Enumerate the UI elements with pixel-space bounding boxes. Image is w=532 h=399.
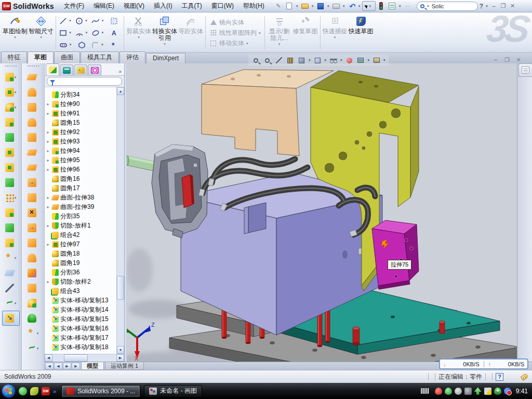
extruded-boss-icon[interactable]: ▾ — [2, 70, 20, 85]
feature-tree-item[interactable]: ▸ 曲面-拉伸39 — [46, 202, 116, 211]
selection-box-icon[interactable] — [106, 15, 122, 27]
line-icon[interactable]: ▾ — [58, 15, 74, 27]
rectangle-icon[interactable]: ▾ — [58, 27, 74, 39]
feature-tree-item[interactable]: ▸ 拉伸91 — [46, 109, 116, 118]
boundary-surface-icon[interactable]: ▾ — [24, 130, 42, 145]
point-icon[interactable]: * — [106, 39, 122, 51]
new-dropdown[interactable]: ▾ — [295, 4, 299, 8]
doc-close-button[interactable]: ✕ — [514, 56, 523, 63]
undo-dropdown[interactable]: ▾ — [357, 4, 362, 8]
ribbon-tab[interactable]: 模具工具 — [81, 51, 119, 63]
tree-filter-input[interactable] — [47, 77, 122, 86]
menu-item[interactable]: 文件(F) — [59, 0, 89, 12]
feature-tree-item[interactable]: ▸ 组合42 — [46, 230, 116, 240]
feature-tree-item[interactable]: ▸ 切除-放样2 — [46, 277, 116, 286]
convert-dropdown[interactable]: ▾ — [164, 42, 166, 46]
scroll-up-icon[interactable]: ▲ — [117, 87, 124, 95]
keyboard-layout-icon[interactable] — [420, 388, 429, 394]
ribbon-tab[interactable]: 评估 — [119, 51, 145, 63]
scrollbar-thumb[interactable] — [117, 276, 124, 300]
save-icon[interactable] — [315, 1, 326, 11]
reference-geometry-icon[interactable]: ▾ — [24, 326, 42, 341]
taskbar-window-button[interactable]: SolidWorks 2009 - ... — [61, 385, 140, 397]
print-dropdown[interactable]: ▾ — [342, 4, 346, 8]
expand-arrow-icon[interactable]: ▸ — [46, 130, 50, 135]
help-dropdown[interactable]: ▾ — [485, 4, 489, 8]
expand-arrow-icon[interactable]: ▸ — [46, 139, 50, 144]
fillet-icon[interactable]: ▾ — [2, 100, 20, 115]
extruded-cut-icon[interactable]: ▾ — [2, 85, 20, 100]
tab-nav-button[interactable]: ◀ — [54, 363, 62, 369]
doc-minimize-button[interactable]: – — [491, 56, 500, 63]
filled-surface-icon[interactable]: ▾ — [24, 296, 42, 311]
feature-tree-item[interactable]: ▸ 拉伸95 — [46, 155, 116, 165]
view-settings-icon[interactable] — [274, 56, 283, 64]
feature-tree-item[interactable]: ▸ 组合43 — [46, 286, 116, 296]
expand-arrow-icon[interactable]: ▸ — [46, 280, 50, 284]
ribbon-tab[interactable]: DimXpert — [146, 53, 185, 63]
apply-scene-icon[interactable] — [356, 56, 365, 64]
trim-surface-icon[interactable]: ▾ — [24, 265, 42, 281]
ribbon-tab[interactable]: 曲面 — [54, 51, 80, 63]
tab-nav-button[interactable]: ◀ — [45, 363, 54, 369]
model-tab[interactable]: 模型 — [81, 362, 104, 370]
tab-feature-manager[interactable] — [46, 63, 59, 75]
tab-configuration-manager[interactable] — [74, 64, 87, 75]
axis-icon[interactable]: ▾ — [2, 281, 20, 296]
tree-horizontal-scrollbar[interactable]: ◀ ▶ — [45, 354, 124, 362]
taskbar-clock[interactable]: 9:41 — [516, 388, 528, 395]
zoom-area-icon[interactable] — [263, 56, 272, 64]
slot-icon[interactable]: ▾ — [58, 39, 74, 51]
menu-item[interactable]: 插入(I) — [149, 0, 177, 12]
menu-item[interactable]: 工具(T) — [177, 0, 206, 12]
revolved-surface-icon[interactable]: ▾ — [24, 85, 42, 100]
plane-icon[interactable]: ▾ — [2, 265, 20, 281]
part-magenta-block[interactable] — [372, 220, 419, 289]
expand-arrow-icon[interactable]: ▸ — [46, 167, 50, 172]
feature-tree-item[interactable]: ▸ 实体-移动/复制17 — [46, 333, 116, 342]
instant3d-icon[interactable]: ▾ — [2, 311, 20, 326]
feature-tree-item[interactable]: ▸ 圆角18 — [46, 249, 116, 258]
open-dropdown[interactable]: ▾ — [311, 4, 315, 8]
help-button[interactable]: ? — [478, 3, 484, 10]
expand-arrow-icon[interactable]: ▸ — [46, 111, 50, 116]
boundary-boss-icon[interactable]: ▾ — [2, 145, 20, 160]
display-style-icon[interactable] — [313, 56, 322, 64]
menu-item[interactable]: 编辑(E) — [89, 0, 119, 12]
graphics-viewport[interactable]: Y Z X — [127, 63, 517, 362]
view-orientation-icon[interactable] — [297, 56, 306, 64]
tab-property-manager[interactable] — [60, 64, 73, 75]
extend-surface-icon[interactable]: ▾ — [24, 250, 42, 265]
model-tab[interactable]: 运动算例 1 — [105, 362, 144, 370]
pin-icon[interactable]: ✎ — [273, 1, 284, 11]
sketch-dropdown[interactable]: ▾ — [14, 35, 16, 39]
smart-dimension-dropdown[interactable]: ▾ — [40, 35, 42, 39]
more-tabs-chevron[interactable]: » — [117, 69, 123, 75]
split-icon[interactable]: ▾ — [2, 220, 20, 235]
swept-surface-icon[interactable]: ▾ — [24, 100, 42, 115]
options-icon[interactable] — [387, 1, 397, 11]
move-copy-body-icon[interactable]: ▾ — [2, 235, 20, 250]
print-icon[interactable] — [331, 1, 341, 11]
swept-boss-icon[interactable]: ▾ — [2, 115, 20, 130]
close-button[interactable]: ✕ — [508, 2, 517, 10]
feature-tree-item[interactable]: ▸ 拉伸93 — [46, 137, 116, 146]
ellipse-icon[interactable]: ▾ — [90, 27, 106, 39]
expand-arrow-icon[interactable]: ▸ — [46, 102, 50, 107]
save-dropdown[interactable]: ▾ — [326, 4, 330, 8]
linear-pattern-icon[interactable]: ▾ — [2, 190, 20, 205]
doc-restore-button[interactable]: ❐ — [503, 56, 511, 63]
delete-face-icon[interactable]: ▾ — [24, 205, 42, 220]
sketch-text-icon[interactable]: A — [106, 27, 122, 39]
shell-icon[interactable]: ▾ — [2, 160, 20, 175]
sketch-button[interactable]: 草图绘制 ▾ — [2, 14, 28, 51]
feature-tree-item[interactable]: ▸ 实体-移动/复制16 — [46, 324, 116, 333]
feature-tree-item[interactable]: ▸ 圆角19 — [46, 258, 116, 268]
scroll-down-icon[interactable]: ▼ — [117, 346, 124, 354]
quicklaunch-chevron[interactable]: » — [53, 388, 56, 394]
feature-tree-item[interactable]: ▸ 拉伸94 — [46, 146, 116, 155]
feature-tree-item[interactable]: ▸ 圆角15 — [46, 118, 116, 127]
search-dropdown[interactable]: ▾ — [426, 4, 430, 8]
ribbon-tab[interactable]: 特征 — [1, 51, 27, 63]
status-help-icon[interactable]: ? — [496, 373, 503, 381]
